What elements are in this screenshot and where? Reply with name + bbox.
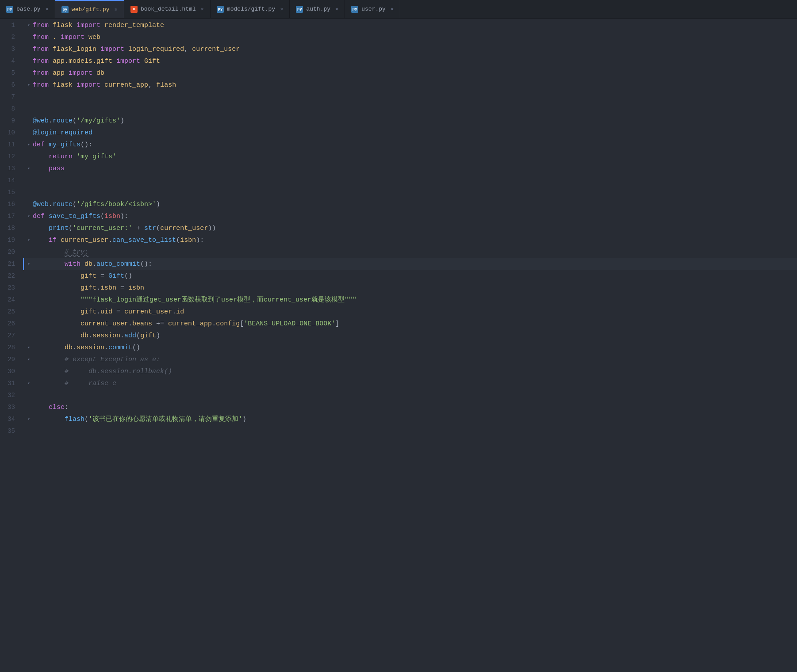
line-num-18: 18 bbox=[0, 222, 19, 234]
fold-31[interactable]: ▾ bbox=[25, 378, 33, 389]
tab-icon-base-py: py bbox=[6, 6, 13, 13]
code-line-4: from app.models.gift import Gift bbox=[25, 55, 797, 67]
code-line-19: ▾ if current_user.can_save_to_list(isbn)… bbox=[25, 234, 797, 246]
line-num-9: 9 bbox=[0, 115, 19, 127]
line-num-30: 30 bbox=[0, 366, 19, 378]
tab-label-user-py: user.py bbox=[361, 6, 386, 12]
code-line-34: ▾ flash('该书已在你的心愿清单或礼物清单，请勿重复添加') bbox=[25, 413, 797, 425]
tab-icon-user-py: py bbox=[351, 6, 358, 13]
code-line-30: # db.session.rollback() bbox=[25, 366, 797, 378]
code-line-8 bbox=[25, 103, 797, 115]
fold-13[interactable]: ▾ bbox=[25, 163, 33, 175]
code-line-12: return 'my gifts' bbox=[25, 151, 797, 163]
line-num-25: 25 bbox=[0, 306, 19, 318]
line-num-2: 2 bbox=[0, 31, 19, 43]
editor-container: py base.py ✕ py web/gift.py ✕ H book_det… bbox=[0, 0, 797, 672]
code-line-29: ▾ # except Exception as e: bbox=[25, 354, 797, 366]
line-num-4: 4 bbox=[0, 55, 19, 67]
code-line-35 bbox=[25, 425, 797, 437]
tab-label-web-gift-py: web/gift.py bbox=[72, 6, 110, 13]
code-line-17: ▾ def save_to_gifts(isbn): bbox=[25, 210, 797, 222]
code-line-16: @web.route('/gifts/book/<isbn>') bbox=[25, 199, 797, 210]
code-line-22: gift = Gift() bbox=[25, 270, 797, 282]
tab-close-web-gift-py[interactable]: ✕ bbox=[115, 7, 118, 12]
line-num-14: 14 bbox=[0, 175, 19, 187]
line-num-17: 17 bbox=[0, 210, 19, 222]
fold-21[interactable]: ▾ bbox=[25, 258, 33, 270]
fold-17[interactable]: ▾ bbox=[25, 210, 33, 222]
code-line-15 bbox=[25, 187, 797, 199]
fold-34[interactable]: ▾ bbox=[25, 413, 33, 425]
code-line-5: from app import db bbox=[25, 67, 797, 79]
fold-11[interactable]: ▾ bbox=[25, 139, 33, 151]
editor: 1 2 3 4 5 6 7 8 9 10 11 12 13 14 15 16 1… bbox=[0, 19, 797, 672]
code-line-10: @login_required bbox=[25, 127, 797, 139]
line-num-19: 19 bbox=[0, 234, 19, 246]
line-num-1: 1 bbox=[0, 19, 19, 31]
tab-close-user-py[interactable]: ✕ bbox=[391, 7, 394, 12]
fold-28[interactable]: ▾ bbox=[25, 342, 33, 354]
code-line-2: from . import web bbox=[25, 31, 797, 43]
line-num-32: 32 bbox=[0, 389, 19, 401]
tab-close-auth-py[interactable]: ✕ bbox=[335, 7, 338, 12]
line-num-27: 27 bbox=[0, 330, 19, 342]
current-line-indicator bbox=[23, 258, 24, 270]
code-line-14 bbox=[25, 175, 797, 187]
code-line-28: ▾ db.session.commit() bbox=[25, 342, 797, 354]
code-line-1: ▾ from flask import render_template bbox=[25, 19, 797, 31]
code-line-7 bbox=[25, 91, 797, 103]
tab-user-py[interactable]: py user.py ✕ bbox=[345, 0, 400, 18]
line-num-16: 16 bbox=[0, 199, 19, 210]
line-num-34: 34 bbox=[0, 413, 19, 425]
line-num-21: 21 bbox=[0, 258, 19, 270]
tab-bar: py base.py ✕ py web/gift.py ✕ H book_det… bbox=[0, 0, 797, 19]
line-num-31: 31 bbox=[0, 378, 19, 389]
tab-icon-web-gift-py: py bbox=[61, 6, 69, 13]
code-line-32 bbox=[25, 389, 797, 401]
fold-6[interactable]: ▾ bbox=[25, 79, 33, 91]
line-num-12: 12 bbox=[0, 151, 19, 163]
code-line-3: from flask_login import login_required, … bbox=[25, 43, 797, 55]
tab-icon-book-detail-html: H bbox=[130, 6, 138, 13]
code-line-11: ▾ def my_gifts(): bbox=[25, 139, 797, 151]
tab-models-gift-py[interactable]: py models/gift.py ✕ bbox=[211, 0, 290, 18]
line-num-15: 15 bbox=[0, 187, 19, 199]
line-num-23: 23 bbox=[0, 282, 19, 294]
code-line-26: current_user.beans += current_app.config… bbox=[25, 318, 797, 330]
code-area[interactable]: ▾ from flask import render_template from… bbox=[23, 19, 797, 672]
tab-base-py[interactable]: py base.py ✕ bbox=[0, 0, 55, 18]
line-num-24: 24 bbox=[0, 294, 19, 306]
line-num-33: 33 bbox=[0, 401, 19, 413]
tab-close-book-detail-html[interactable]: ✕ bbox=[201, 7, 204, 12]
tab-book-detail-html[interactable]: H book_detail.html ✕ bbox=[124, 0, 211, 18]
line-num-6: 6 bbox=[0, 79, 19, 91]
tab-icon-models-gift-py: py bbox=[217, 6, 224, 13]
line-num-5: 5 bbox=[0, 67, 19, 79]
line-num-22: 22 bbox=[0, 270, 19, 282]
line-numbers: 1 2 3 4 5 6 7 8 9 10 11 12 13 14 15 16 1… bbox=[0, 19, 23, 672]
code-line-18: print('current_user:' + str(current_user… bbox=[25, 222, 797, 234]
tab-label-auth-py: auth.py bbox=[306, 6, 330, 12]
code-line-27: db.session.add(gift) bbox=[25, 330, 797, 342]
fold-29[interactable]: ▾ bbox=[25, 354, 33, 366]
code-line-31: ▾ # raise e bbox=[25, 378, 797, 389]
tab-close-models-gift-py[interactable]: ✕ bbox=[280, 7, 283, 12]
code-line-13: ▾ pass bbox=[25, 163, 797, 175]
tab-label-models-gift-py: models/gift.py bbox=[227, 6, 275, 12]
tab-label-book-detail-html: book_detail.html bbox=[141, 6, 196, 12]
fold-19[interactable]: ▾ bbox=[25, 234, 33, 246]
tab-icon-auth-py: py bbox=[296, 6, 303, 13]
tab-auth-py[interactable]: py auth.py ✕ bbox=[290, 0, 345, 18]
code-line-9: @web.route('/my/gifts') bbox=[25, 115, 797, 127]
line-num-26: 26 bbox=[0, 318, 19, 330]
line-num-8: 8 bbox=[0, 103, 19, 115]
code-line-33: else: bbox=[25, 401, 797, 413]
tab-close-base-py[interactable]: ✕ bbox=[46, 7, 49, 12]
code-line-6: ▾ from flask import current_app, flash bbox=[25, 79, 797, 91]
tab-web-gift-py[interactable]: py web/gift.py ✕ bbox=[55, 0, 124, 18]
line-num-11: 11 bbox=[0, 139, 19, 151]
line-num-35: 35 bbox=[0, 425, 19, 437]
line-num-3: 3 bbox=[0, 43, 19, 55]
code-line-20: # try: bbox=[25, 246, 797, 258]
fold-1[interactable]: ▾ bbox=[25, 19, 33, 31]
